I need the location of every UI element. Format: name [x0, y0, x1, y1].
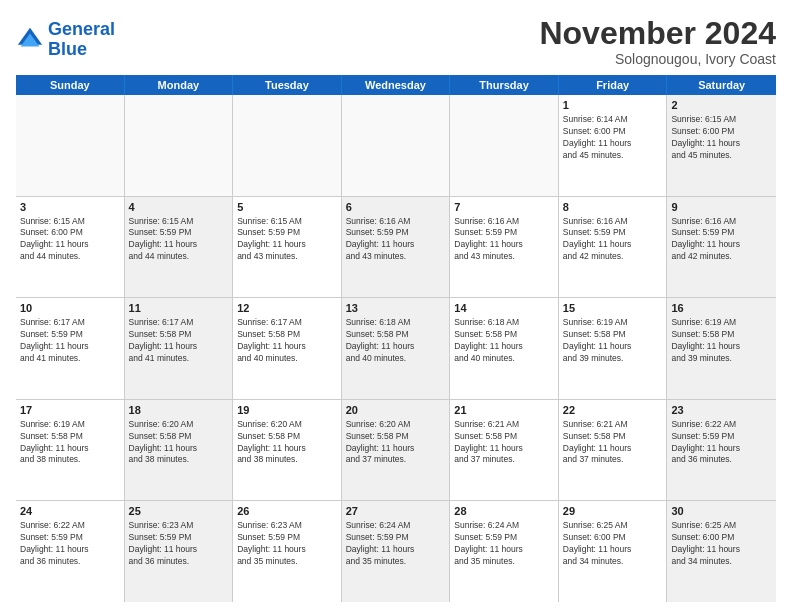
day-header-monday: Monday: [125, 75, 234, 95]
calendar-day-26: 26Sunrise: 6:23 AM Sunset: 5:59 PM Dayli…: [233, 501, 342, 602]
day-number: 8: [563, 200, 663, 215]
header: General Blue November 2024 Solognougou, …: [16, 16, 776, 67]
calendar-row-4: 24Sunrise: 6:22 AM Sunset: 5:59 PM Dayli…: [16, 501, 776, 602]
day-info: Sunrise: 6:16 AM Sunset: 5:59 PM Dayligh…: [346, 216, 446, 264]
day-number: 20: [346, 403, 446, 418]
calendar-day-21: 21Sunrise: 6:21 AM Sunset: 5:58 PM Dayli…: [450, 400, 559, 501]
calendar-day-7: 7Sunrise: 6:16 AM Sunset: 5:59 PM Daylig…: [450, 197, 559, 298]
calendar: SundayMondayTuesdayWednesdayThursdayFrid…: [16, 75, 776, 602]
calendar-empty-cell: [233, 95, 342, 196]
calendar-day-17: 17Sunrise: 6:19 AM Sunset: 5:58 PM Dayli…: [16, 400, 125, 501]
day-number: 15: [563, 301, 663, 316]
location-subtitle: Solognougou, Ivory Coast: [539, 51, 776, 67]
calendar-day-16: 16Sunrise: 6:19 AM Sunset: 5:58 PM Dayli…: [667, 298, 776, 399]
calendar-day-6: 6Sunrise: 6:16 AM Sunset: 5:59 PM Daylig…: [342, 197, 451, 298]
day-info: Sunrise: 6:16 AM Sunset: 5:59 PM Dayligh…: [671, 216, 772, 264]
calendar-body: 1Sunrise: 6:14 AM Sunset: 6:00 PM Daylig…: [16, 95, 776, 602]
day-info: Sunrise: 6:25 AM Sunset: 6:00 PM Dayligh…: [563, 520, 663, 568]
day-number: 5: [237, 200, 337, 215]
calendar-day-1: 1Sunrise: 6:14 AM Sunset: 6:00 PM Daylig…: [559, 95, 668, 196]
calendar-day-20: 20Sunrise: 6:20 AM Sunset: 5:58 PM Dayli…: [342, 400, 451, 501]
day-number: 6: [346, 200, 446, 215]
calendar-day-13: 13Sunrise: 6:18 AM Sunset: 5:58 PM Dayli…: [342, 298, 451, 399]
calendar-row-2: 10Sunrise: 6:17 AM Sunset: 5:59 PM Dayli…: [16, 298, 776, 400]
day-number: 11: [129, 301, 229, 316]
calendar-empty-cell: [16, 95, 125, 196]
calendar-day-12: 12Sunrise: 6:17 AM Sunset: 5:58 PM Dayli…: [233, 298, 342, 399]
calendar-day-23: 23Sunrise: 6:22 AM Sunset: 5:59 PM Dayli…: [667, 400, 776, 501]
day-number: 2: [671, 98, 772, 113]
day-info: Sunrise: 6:23 AM Sunset: 5:59 PM Dayligh…: [237, 520, 337, 568]
month-title: November 2024: [539, 16, 776, 51]
day-number: 17: [20, 403, 120, 418]
day-header-thursday: Thursday: [450, 75, 559, 95]
day-header-friday: Friday: [559, 75, 668, 95]
day-number: 30: [671, 504, 772, 519]
day-info: Sunrise: 6:25 AM Sunset: 6:00 PM Dayligh…: [671, 520, 772, 568]
day-header-sunday: Sunday: [16, 75, 125, 95]
calendar-day-18: 18Sunrise: 6:20 AM Sunset: 5:58 PM Dayli…: [125, 400, 234, 501]
day-number: 3: [20, 200, 120, 215]
day-number: 22: [563, 403, 663, 418]
calendar-day-3: 3Sunrise: 6:15 AM Sunset: 6:00 PM Daylig…: [16, 197, 125, 298]
calendar-day-29: 29Sunrise: 6:25 AM Sunset: 6:00 PM Dayli…: [559, 501, 668, 602]
day-number: 9: [671, 200, 772, 215]
day-info: Sunrise: 6:17 AM Sunset: 5:59 PM Dayligh…: [20, 317, 120, 365]
calendar-day-11: 11Sunrise: 6:17 AM Sunset: 5:58 PM Dayli…: [125, 298, 234, 399]
day-info: Sunrise: 6:16 AM Sunset: 5:59 PM Dayligh…: [454, 216, 554, 264]
day-number: 26: [237, 504, 337, 519]
day-info: Sunrise: 6:15 AM Sunset: 5:59 PM Dayligh…: [129, 216, 229, 264]
day-info: Sunrise: 6:17 AM Sunset: 5:58 PM Dayligh…: [129, 317, 229, 365]
day-info: Sunrise: 6:17 AM Sunset: 5:58 PM Dayligh…: [237, 317, 337, 365]
calendar-day-25: 25Sunrise: 6:23 AM Sunset: 5:59 PM Dayli…: [125, 501, 234, 602]
day-number: 24: [20, 504, 120, 519]
calendar-row-3: 17Sunrise: 6:19 AM Sunset: 5:58 PM Dayli…: [16, 400, 776, 502]
day-number: 29: [563, 504, 663, 519]
calendar-empty-cell: [342, 95, 451, 196]
calendar-header: SundayMondayTuesdayWednesdayThursdayFrid…: [16, 75, 776, 95]
day-info: Sunrise: 6:23 AM Sunset: 5:59 PM Dayligh…: [129, 520, 229, 568]
day-number: 1: [563, 98, 663, 113]
day-number: 10: [20, 301, 120, 316]
logo-line1: General: [48, 19, 115, 39]
calendar-day-15: 15Sunrise: 6:19 AM Sunset: 5:58 PM Dayli…: [559, 298, 668, 399]
day-number: 27: [346, 504, 446, 519]
day-info: Sunrise: 6:19 AM Sunset: 5:58 PM Dayligh…: [563, 317, 663, 365]
day-header-saturday: Saturday: [667, 75, 776, 95]
day-info: Sunrise: 6:24 AM Sunset: 5:59 PM Dayligh…: [346, 520, 446, 568]
day-number: 25: [129, 504, 229, 519]
title-block: November 2024 Solognougou, Ivory Coast: [539, 16, 776, 67]
logo-icon: [16, 26, 44, 54]
day-info: Sunrise: 6:18 AM Sunset: 5:58 PM Dayligh…: [454, 317, 554, 365]
calendar-day-30: 30Sunrise: 6:25 AM Sunset: 6:00 PM Dayli…: [667, 501, 776, 602]
day-number: 28: [454, 504, 554, 519]
day-number: 14: [454, 301, 554, 316]
calendar-day-10: 10Sunrise: 6:17 AM Sunset: 5:59 PM Dayli…: [16, 298, 125, 399]
day-info: Sunrise: 6:21 AM Sunset: 5:58 PM Dayligh…: [454, 419, 554, 467]
day-info: Sunrise: 6:15 AM Sunset: 5:59 PM Dayligh…: [237, 216, 337, 264]
day-number: 21: [454, 403, 554, 418]
day-info: Sunrise: 6:20 AM Sunset: 5:58 PM Dayligh…: [237, 419, 337, 467]
day-info: Sunrise: 6:19 AM Sunset: 5:58 PM Dayligh…: [20, 419, 120, 467]
calendar-day-4: 4Sunrise: 6:15 AM Sunset: 5:59 PM Daylig…: [125, 197, 234, 298]
calendar-day-22: 22Sunrise: 6:21 AM Sunset: 5:58 PM Dayli…: [559, 400, 668, 501]
calendar-day-28: 28Sunrise: 6:24 AM Sunset: 5:59 PM Dayli…: [450, 501, 559, 602]
logo-line2: Blue: [48, 39, 87, 59]
day-number: 18: [129, 403, 229, 418]
day-info: Sunrise: 6:15 AM Sunset: 6:00 PM Dayligh…: [20, 216, 120, 264]
logo: General Blue: [16, 20, 115, 60]
calendar-day-8: 8Sunrise: 6:16 AM Sunset: 5:59 PM Daylig…: [559, 197, 668, 298]
logo-text: General Blue: [48, 20, 115, 60]
calendar-day-9: 9Sunrise: 6:16 AM Sunset: 5:59 PM Daylig…: [667, 197, 776, 298]
page: General Blue November 2024 Solognougou, …: [0, 0, 792, 612]
calendar-day-2: 2Sunrise: 6:15 AM Sunset: 6:00 PM Daylig…: [667, 95, 776, 196]
day-info: Sunrise: 6:24 AM Sunset: 5:59 PM Dayligh…: [454, 520, 554, 568]
day-number: 16: [671, 301, 772, 316]
day-info: Sunrise: 6:19 AM Sunset: 5:58 PM Dayligh…: [671, 317, 772, 365]
day-info: Sunrise: 6:16 AM Sunset: 5:59 PM Dayligh…: [563, 216, 663, 264]
calendar-row-1: 3Sunrise: 6:15 AM Sunset: 6:00 PM Daylig…: [16, 197, 776, 299]
day-number: 7: [454, 200, 554, 215]
day-number: 4: [129, 200, 229, 215]
day-number: 19: [237, 403, 337, 418]
calendar-day-27: 27Sunrise: 6:24 AM Sunset: 5:59 PM Dayli…: [342, 501, 451, 602]
